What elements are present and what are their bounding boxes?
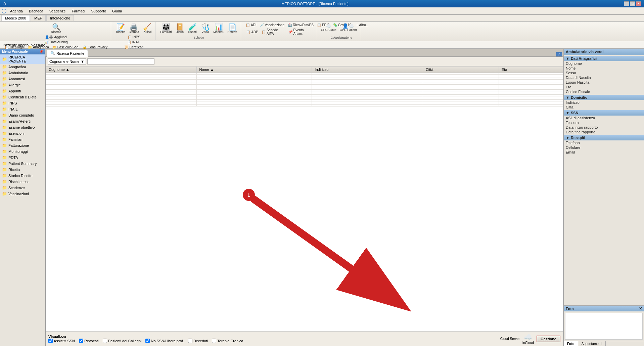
checkbox-revocati-input[interactable] <box>79 339 83 343</box>
toolbar-btn-eventonam[interactable]: 📌 Evento Anam. <box>287 28 315 36</box>
sidebar-item-esenzioni[interactable]: 📁 Esenzioni <box>0 130 45 136</box>
menu-bacheca[interactable]: Bacheca <box>26 8 46 14</box>
sidebar-item-anamnesi[interactable]: 📁 Anamnesi <box>0 76 45 82</box>
panel-tab-ricerca[interactable]: 🔍 Ricerca Paziente <box>47 50 88 57</box>
toolbar-btn-referto[interactable]: 📄 Referto <box>226 23 239 34</box>
sidebar-item-ricerca-paziente[interactable]: 📁 RICERCA PAZIENTE <box>0 54 45 64</box>
toolbar-btn-diario[interactable]: 📔 Diario <box>174 23 186 34</box>
toolbar-btn-gpgcloud[interactable]: ☁️ GPG Cloud <box>320 23 338 32</box>
section-ssn: ▼ SSN <box>564 110 644 116</box>
checkbox-terapia-cronica[interactable]: Terapia Cronica <box>212 339 243 343</box>
sidebar-label-vaccinazioni: Vaccinazioni <box>8 192 29 196</box>
foto-close-icon[interactable]: ✕ <box>639 306 642 311</box>
sidebar-item-esame-obiettivo[interactable]: 📁 Esame obiettivo <box>0 124 45 130</box>
menu-supporto[interactable]: Supporto <box>88 8 109 14</box>
checkbox-terapia-cronica-input[interactable] <box>212 339 216 343</box>
toolbar-btn-familiari[interactable]: 👨‍👩‍👧 Familiari <box>159 23 173 34</box>
foto-tab-appuntamenti[interactable]: Appuntamenti <box>578 341 606 346</box>
checkbox-assistiti-ssn-input[interactable] <box>48 339 53 343</box>
field-email: Email <box>564 150 644 155</box>
menu-farmaci[interactable]: Farmaci <box>69 8 88 14</box>
toolbar-btn-schedeaifa[interactable]: 📋 Schede AIFA <box>260 28 286 36</box>
checkbox-revocati[interactable]: Revocati <box>79 339 99 343</box>
checkbox-pazienti-colleghi-input[interactable] <box>103 339 107 343</box>
sidebar-item-inail[interactable]: 📁 INAIL <box>0 106 45 112</box>
collapse-ssn-icon[interactable]: ▼ <box>566 111 569 115</box>
toolbar-btn-pulisci[interactable]: 🧹 Pulisci <box>141 23 153 34</box>
checkbox-deceduti[interactable]: Deceduti <box>188 339 208 343</box>
field-eta-label: Età <box>566 85 596 89</box>
toolbar-btn-aggiungi[interactable]: 👤➕ Aggiungi <box>44 35 68 39</box>
table-row[interactable] <box>46 105 563 106</box>
toolbar-btn-adi[interactable]: 📋 ADI <box>244 23 258 27</box>
sidebar-item-pdta[interactable]: 📁 PDTA <box>0 155 45 161</box>
toolbar-btn-ricovdimps[interactable]: 🏥 Ricov/Dim/PS <box>286 23 315 27</box>
menu-scadenze[interactable]: Scadenze <box>47 8 68 14</box>
toolbar-btn-stampa[interactable]: 🖨️ Stampa <box>127 23 140 34</box>
toolbar-btn-monitor[interactable]: 📊 Monitor. <box>212 23 225 34</box>
maximize-button[interactable]: □ <box>630 1 635 6</box>
sidebar-item-vaccinazioni[interactable]: 📁 Vaccinazioni <box>0 191 45 197</box>
sidebar-item-storico-ricette[interactable]: 📁 Storico Ricette <box>0 173 45 179</box>
sidebar-item-certificati-diete[interactable]: 📁 Certificati e Diete <box>0 94 45 100</box>
toolbar-btn-datamining[interactable]: 📊 Data-Mining <box>43 40 69 44</box>
sidebar-item-inps[interactable]: 📁 INPS <box>0 100 45 106</box>
toolbar-btn-adp[interactable]: 📋 ADP <box>245 30 260 34</box>
sidebar-item-esami-referti[interactable]: 📁 Esami/Referti <box>0 118 45 124</box>
sort-nome-icon[interactable]: ▲ <box>210 68 214 72</box>
toolbar-row-prescrizione: 📝 Ricetta 🖨️ Stampa 🧹 Pulisci <box>114 23 153 34</box>
search-input[interactable] <box>87 58 154 64</box>
sidebar-item-scadenze[interactable]: 📁 Scadenze <box>0 185 45 191</box>
right-panel-title: Ambulatorio via verdi <box>566 50 603 54</box>
sidebar-item-monitoraggi[interactable]: 📁 Monitoraggi <box>0 148 45 155</box>
toolbar-btn-inail[interactable]: 📋 INAIL <box>126 40 142 44</box>
sidebar-item-ambulatorio[interactable]: 📁 Ambulatorio <box>0 70 45 76</box>
sidebar-item-patient-summary[interactable]: 📁 Patient Summary <box>0 161 45 167</box>
sidebar-item-anagrafica[interactable]: 📁 Anagrafica <box>0 64 45 70</box>
checkbox-no-ssn-input[interactable] <box>145 339 150 343</box>
collapse-recapiti-icon[interactable]: ▼ <box>566 136 569 140</box>
sidebar-pin-icon[interactable]: 📌 <box>39 50 43 53</box>
sidebar-item-familiari[interactable]: 📁 Familiari <box>0 136 45 142</box>
field-cellulare-label: Cellulare <box>566 145 596 149</box>
folder-icon: 📁 <box>2 167 7 172</box>
checkbox-deceduti-input[interactable] <box>188 339 192 343</box>
sidebar-item-allergie[interactable]: 📁 Allergie <box>0 82 45 88</box>
incloud-btn[interactable]: ☁️ inCloud <box>522 333 534 345</box>
menu-agenda[interactable]: Agenda <box>7 8 26 14</box>
toolbar-btn-inps[interactable]: 📋 INPS <box>126 35 142 39</box>
collapse-domicilio-icon[interactable]: ▼ <box>566 95 569 99</box>
field-luogo-nascita-label: Luogo Nascita <box>566 80 596 84</box>
checkbox-pazienti-colleghi[interactable]: Pazienti dei Colleghi <box>103 339 142 343</box>
menu-guida[interactable]: Guida <box>109 8 125 14</box>
tab-medico2000[interactable]: Medico 2000 <box>1 15 30 21</box>
close-button[interactable]: ✕ <box>636 1 641 6</box>
schede-group-label: Schede <box>194 36 204 40</box>
checkbox-no-ssn[interactable]: No SSN/Libera prof. <box>145 339 184 343</box>
toolbar-btn-vaccinazione[interactable]: 💉 Vaccinazione <box>259 23 286 27</box>
sidebar-item-diario-completo[interactable]: 📁 Diario completo <box>0 112 45 118</box>
gestione-button[interactable]: Gestione <box>537 336 560 342</box>
sidebar-label-certificati-diete: Certificati e Diete <box>8 95 37 99</box>
tab-infomediche[interactable]: InfoMediche <box>46 15 74 21</box>
tab-mef[interactable]: MEF <box>31 15 46 21</box>
toolbar-btn-esami[interactable]: 🧪 Esami <box>186 23 198 34</box>
panel-maximize-button[interactable]: ⤢ <box>556 52 562 56</box>
minimize-button[interactable]: ─ <box>624 1 629 6</box>
toolbar-btn-visita[interactable]: 🩺 Visita <box>199 23 211 34</box>
sidebar-item-rischi-test[interactable]: 📁 Rischi e test <box>0 179 45 185</box>
sidebar-item-fatturazione[interactable]: 📁 Fatturazione <box>0 142 45 148</box>
sort-cognome-icon[interactable]: ▲ <box>66 68 70 72</box>
collapse-dati-icon[interactable]: ▼ <box>566 56 569 60</box>
folder-icon: 📁 <box>2 149 7 154</box>
search-dropdown[interactable]: Cognome e Nome ▼ <box>48 58 86 64</box>
toolbar-btn-ricetta[interactable]: 📝 Ricetta <box>114 23 127 34</box>
foto-tab-foto[interactable]: Foto <box>564 341 578 346</box>
toolbar-btn-gpgpatient[interactable]: 👤☁️ GPG Patient <box>338 23 358 32</box>
sidebar-label-esame-obiettivo: Esame obiettivo <box>8 125 35 129</box>
sidebar-item-ricetta[interactable]: 📁 Ricetta <box>0 167 45 173</box>
window-controls: ─ □ ✕ <box>624 1 641 6</box>
toolbar-btn-ricerca[interactable]: 🔍 Ricerca <box>50 23 63 34</box>
checkbox-assistiti-ssn[interactable]: Assistiti SSN <box>48 339 75 343</box>
sidebar-item-appunti[interactable]: 📁 Appunti <box>0 88 45 94</box>
